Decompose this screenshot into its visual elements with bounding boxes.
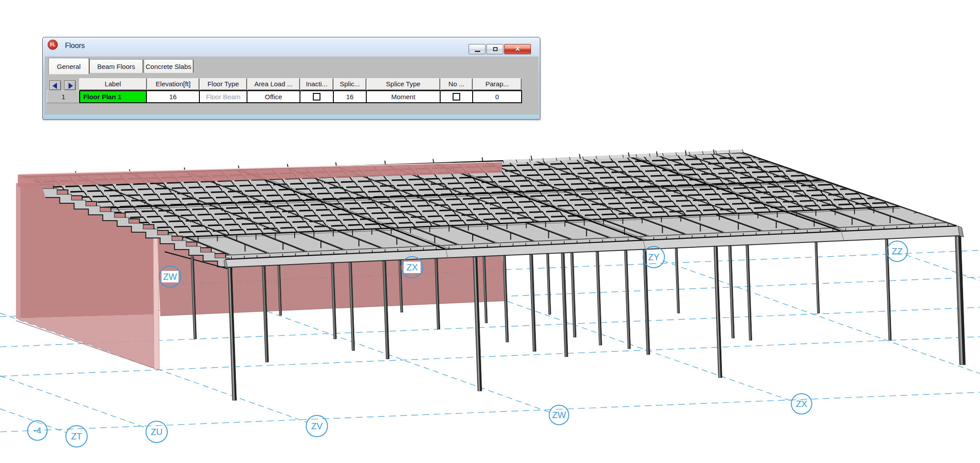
- svg-text:ZW: ZW: [163, 272, 177, 282]
- svg-text:ZZ: ZZ: [892, 246, 903, 256]
- svg-text:ZT: ZT: [71, 431, 82, 441]
- svg-text:ZX: ZX: [406, 262, 418, 272]
- svg-text:-4: -4: [33, 426, 41, 435]
- svg-text:ZX: ZX: [796, 399, 807, 409]
- svg-text:ZV: ZV: [311, 421, 323, 431]
- svg-text:ZY: ZY: [648, 252, 660, 262]
- svg-text:ZU: ZU: [151, 427, 163, 437]
- svg-text:ZW: ZW: [552, 410, 566, 420]
